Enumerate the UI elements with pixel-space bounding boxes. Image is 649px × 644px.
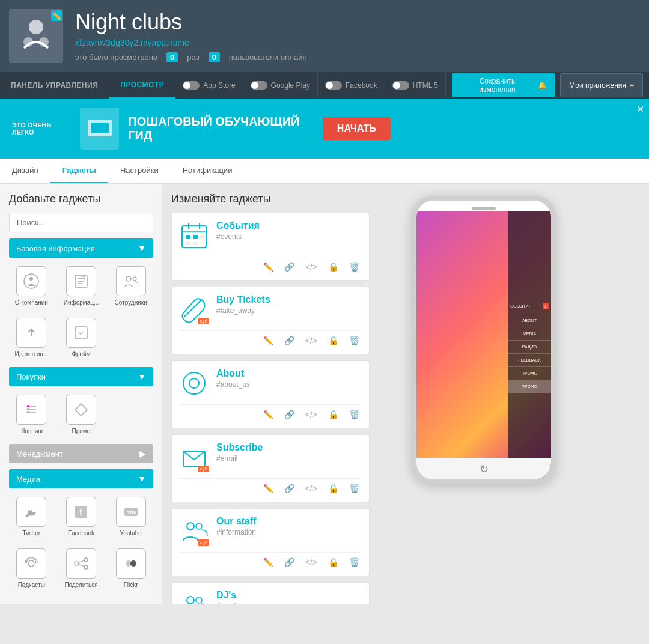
nav-toggle-facebook[interactable]: Facebook xyxy=(318,72,385,99)
header-info: Night clubs xfzavmv3dg30y2.myapp.name эт… xyxy=(75,10,640,62)
gadget-delete-button-subscribe[interactable]: 🗑️ xyxy=(347,482,362,494)
widget-goto[interactable]: Идем в ин... xyxy=(9,314,54,361)
gadget-actions-subscribe: ✏️ 🔗 </> 🔒 🗑️ xyxy=(179,478,362,494)
gadget-edit-button-subscribe[interactable]: ✏️ xyxy=(261,482,276,494)
svg-point-2 xyxy=(39,37,49,47)
gadget-edit-button-about[interactable]: ✏️ xyxy=(261,409,276,421)
phone-refresh-button[interactable]: ↻ xyxy=(480,463,489,476)
gadget-hash-djs: #employees xyxy=(216,602,362,604)
gadget-edit-button-staff[interactable]: ✏️ xyxy=(261,556,276,568)
widget-shopping-label: Шоппинг xyxy=(19,428,43,434)
gadget-edit-button[interactable]: ✏️ xyxy=(261,261,276,273)
appstore-toggle[interactable] xyxy=(183,81,200,90)
widget-youtube-label: Youtube xyxy=(120,530,141,536)
widget-info-icon xyxy=(66,266,96,296)
html5-toggle[interactable] xyxy=(392,81,409,90)
svg-point-46 xyxy=(187,523,194,530)
gadget-lock-button-tickets[interactable]: 🔒 xyxy=(326,335,341,347)
nav-toggle-googleplay[interactable]: Google Play xyxy=(243,72,318,99)
gadget-lock-button-staff[interactable]: 🔒 xyxy=(326,556,341,568)
gadget-code-button-about[interactable]: </> xyxy=(303,409,320,421)
widget-flickr[interactable]: Flickr xyxy=(108,545,153,592)
tab-design[interactable]: Дизайн xyxy=(0,159,50,183)
gadget-delete-button-staff[interactable]: 🗑️ xyxy=(347,556,362,568)
phone-mockup: СОБЫТИЯ 1 ABOUT MEDIA РАДИО FEEDBACK ПРО… xyxy=(412,196,556,484)
phone-events-badge: 1 xyxy=(543,303,549,309)
gadget-link-button[interactable]: 🔗 xyxy=(282,261,297,273)
nav-toggle-appstore[interactable]: App Store xyxy=(175,72,243,99)
search-input[interactable] xyxy=(9,213,153,232)
section-basic-info[interactable]: Базовая информация ▼ xyxy=(9,238,153,258)
tab-notifications[interactable]: Нотификации xyxy=(171,159,245,183)
nav-toggle-html5[interactable]: HTML 5 xyxy=(385,72,446,99)
gadget-code-button[interactable]: </> xyxy=(303,261,320,273)
section-shopping[interactable]: Покупки ▼ xyxy=(9,367,153,386)
gadget-delete-button-tickets[interactable]: 🗑️ xyxy=(347,335,362,347)
widget-podcast[interactable]: Подкасты xyxy=(9,545,54,592)
section-media[interactable]: Медиа ▼ xyxy=(9,469,153,488)
widget-podcast-icon xyxy=(16,548,46,579)
online-label: пользователи онлайн xyxy=(229,53,307,62)
widget-employees[interactable]: Сотрудники xyxy=(108,263,153,309)
app-url[interactable]: xfzavmv3dg30y2.myapp.name xyxy=(75,38,640,47)
googleplay-toggle[interactable] xyxy=(251,81,267,90)
facebook-toggle[interactable] xyxy=(325,81,342,90)
phone-menu-item-about: ABOUT xyxy=(508,314,551,327)
widget-share[interactable]: Поделиться xyxy=(59,545,104,592)
header-stats: это было просмотрено 0 раз 0 пользовател… xyxy=(75,52,640,62)
facebook-label: Facebook xyxy=(346,81,377,90)
start-tutorial-button[interactable]: НАЧАТЬ xyxy=(323,117,391,140)
gadget-lock-button-subscribe[interactable]: 🔒 xyxy=(326,482,341,494)
svg-rect-41 xyxy=(186,242,190,245)
gadget-edit-button-tickets[interactable]: ✏️ xyxy=(261,335,276,347)
widget-about[interactable]: О компании xyxy=(9,263,54,309)
gadget-link-button-staff[interactable]: 🔗 xyxy=(282,556,297,568)
gadget-link-button-about[interactable]: 🔗 xyxy=(282,409,297,421)
nav-panel[interactable]: ПАНЕЛЬ УПРАВЛЕНИЯ xyxy=(0,72,109,99)
gadget-lock-button-about[interactable]: 🔒 xyxy=(326,409,341,421)
svg-point-6 xyxy=(29,277,33,281)
widget-shopping[interactable]: Шоппинг xyxy=(9,391,54,438)
edit-logo-button[interactable]: ✏️ xyxy=(51,10,62,21)
phone-menu-item-promo2: ПРОМО xyxy=(508,380,551,393)
widget-twitter[interactable]: Twitter xyxy=(9,493,54,540)
widget-facebook[interactable]: f Facebook xyxy=(59,493,104,540)
gadget-code-button-staff[interactable]: </> xyxy=(303,556,320,568)
svg-rect-40 xyxy=(200,235,205,239)
gadget-delete-button-about[interactable]: 🗑️ xyxy=(347,409,362,421)
widget-twitter-label: Twitter xyxy=(23,530,40,536)
gadget-card-djs: cyб DJ's #employees ✏️ 🔗 </> 🔒 🗑️ xyxy=(171,582,370,604)
gadget-code-button-subscribe[interactable]: </> xyxy=(303,482,320,494)
tab-gadgets[interactable]: Гаджеты xyxy=(50,159,108,183)
svg-point-12 xyxy=(133,277,136,281)
widget-youtube[interactable]: YouTube Youtube xyxy=(108,493,153,540)
section-arrow-media: ▼ xyxy=(138,474,146,484)
gadget-name-subscribe: Subscribe xyxy=(216,442,362,453)
widget-frame-icon xyxy=(66,318,96,348)
gadget-lock-button[interactable]: 🔒 xyxy=(326,261,341,273)
widget-promo[interactable]: Промо xyxy=(59,391,104,438)
gadget-code-button-tickets[interactable]: </> xyxy=(303,335,320,347)
save-button[interactable]: Сохранить изменения 🔔 xyxy=(452,73,555,97)
section-management[interactable]: Менеджмент ▶ xyxy=(9,444,153,463)
widget-frame[interactable]: Фрейм xyxy=(59,314,104,361)
banner-close-button[interactable]: ✕ xyxy=(636,103,644,115)
widget-info[interactable]: Информац... xyxy=(59,263,104,309)
nav-preview[interactable]: ПРОСМОТР xyxy=(109,72,175,99)
gadget-card-subscribe: cyб Subscribe #email ✏️ 🔗 </> 🔒 🗑️ xyxy=(171,434,370,502)
svg-point-18 xyxy=(27,405,29,407)
navbar: ПАНЕЛЬ УПРАВЛЕНИЯ ПРОСМОТР App Store Goo… xyxy=(0,72,649,99)
phone-menu-item-media: MEDIA xyxy=(508,327,551,341)
tab-settings[interactable]: Настройки xyxy=(108,159,171,183)
gadget-name-tickets: Buy Tickets xyxy=(216,294,362,305)
gadget-delete-button[interactable]: 🗑️ xyxy=(347,261,362,273)
svg-point-27 xyxy=(84,558,88,562)
phone-menu: СОБЫТИЯ 1 ABOUT MEDIA РАДИО FEEDBACK ПРО… xyxy=(508,211,551,479)
gadget-link-button-subscribe[interactable]: 🔗 xyxy=(282,482,297,494)
my-apps-button[interactable]: Мои приложения ≡ xyxy=(560,73,643,97)
app-title: Night clubs xyxy=(75,10,640,35)
bell-icon: 🔔 xyxy=(538,81,547,90)
svg-point-43 xyxy=(183,372,205,394)
gadget-link-button-tickets[interactable]: 🔗 xyxy=(282,335,297,347)
gadget-info-subscribe: Subscribe #email xyxy=(216,442,362,463)
